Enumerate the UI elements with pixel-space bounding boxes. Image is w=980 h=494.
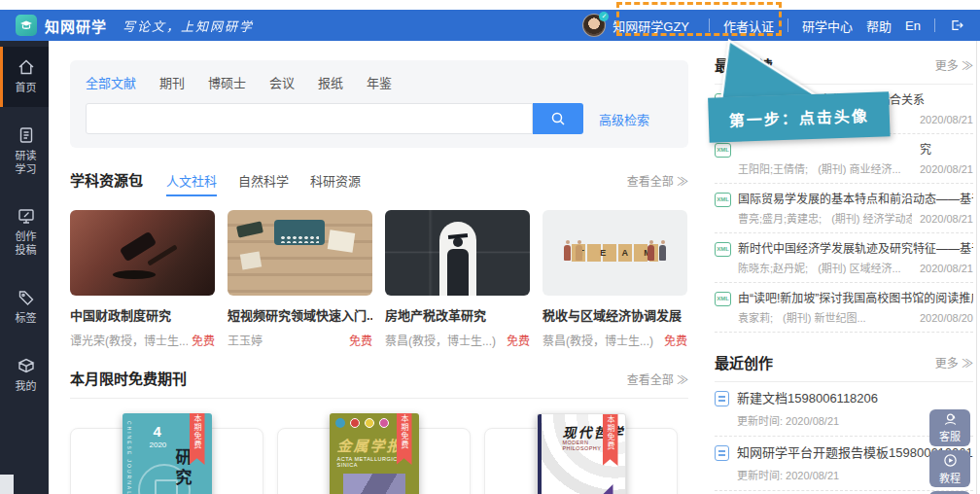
team-blocks-text: T E A M xyxy=(572,244,657,262)
read-date: 2020/08/20 xyxy=(920,312,973,325)
search-tabs: 全部文献 期刊 博硕士 会议 报纸 年鉴 xyxy=(86,73,673,91)
brand-name[interactable]: 知网研学 xyxy=(45,16,107,36)
read-date: 2020/08/21 xyxy=(920,213,973,226)
nav-research-center[interactable]: 研学中心 xyxy=(802,17,853,35)
play-circle-icon xyxy=(943,453,958,468)
journal-card[interactable]: 金属学报 ACTA METALLURGICA SINICA 本期免费 xyxy=(277,428,471,494)
pack-card-author: 谭光荣(教授，博士生...) xyxy=(70,332,188,348)
sidebar-item-home[interactable]: 首页 xyxy=(0,47,49,107)
search-tab-thesis[interactable]: 博硕士 xyxy=(208,73,246,91)
search-input[interactable] xyxy=(86,103,533,134)
search-tab-all[interactable]: 全部文献 xyxy=(86,73,136,91)
header-nav: ✓ 知网研学GZY 作者认证 研学中心 帮助 En xyxy=(582,14,964,37)
sidebar-item-tags[interactable]: 标签 xyxy=(0,277,49,337)
pack-card-image-chalkboard xyxy=(385,210,530,296)
tutorial-button[interactable]: 教程 xyxy=(929,450,970,487)
logout-icon[interactable] xyxy=(949,18,964,33)
scrollbar-track[interactable] xyxy=(976,41,977,494)
search-tab-newspaper[interactable]: 报纸 xyxy=(318,73,343,91)
pack-card[interactable]: T E A M 税收与区域经济协调发展 蔡昌(教授，博士生...)免费 xyxy=(542,210,687,348)
free-journals-title: 本月限时免费期刊 xyxy=(70,368,187,388)
xml-doc-icon: XML xyxy=(715,242,731,257)
tag-icon xyxy=(17,288,36,307)
search-tab-journal[interactable]: 期刊 xyxy=(159,73,185,91)
sidebar-item-create-submit[interactable]: 创作投稿 xyxy=(0,195,49,269)
journal-micrograph-image xyxy=(343,474,405,494)
monitor-pen-icon xyxy=(17,206,36,226)
journal-cover: 金属学报 ACTA METALLURGICA SINICA 本期免费 xyxy=(330,413,419,494)
xml-doc-icon: XML xyxy=(715,292,731,306)
read-date: 2020/08/21 xyxy=(920,114,973,126)
document-icon xyxy=(17,125,36,145)
main-content: 全部文献 期刊 博硕士 会议 报纸 年鉴 高级检索 学科资源包 人文社科 自然科… xyxy=(49,41,715,494)
free-ribbon: 本期免费 xyxy=(397,413,412,465)
recent-works-more-link[interactable]: 更多 ≫ xyxy=(935,354,973,370)
pack-tab-science[interactable]: 自然科学 xyxy=(238,171,289,196)
journal-cn-name: 金属学报 xyxy=(337,435,403,455)
advanced-search-link[interactable]: 高级检索 xyxy=(599,110,649,128)
most-read-more-link[interactable]: 更多 ≫ xyxy=(935,56,973,73)
journal-card[interactable]: CHINESE JOURNAL 4 2020 研究 本期免费 xyxy=(70,428,263,494)
pack-card[interactable]: 中国财政制度研究 谭光荣(教授，博士生...)免费 xyxy=(70,210,215,348)
pack-card-title: 税收与区域经济协调发展 xyxy=(542,305,687,324)
divider xyxy=(934,18,935,32)
journals-view-all-link[interactable]: 查看全部 ≫ xyxy=(627,370,688,387)
journal-card[interactable]: 现代哲学 MODERN PHILOSOPHY 4 本期免费 xyxy=(484,428,678,494)
customer-service-button[interactable]: 客服 xyxy=(929,409,970,446)
pack-card[interactable]: 房地产税改革研究 蔡昌(教授，博士生...)免费 xyxy=(385,210,530,348)
user-name[interactable]: 知网研学GZY xyxy=(612,17,689,35)
tooltip-text: 第一步：点击头像 xyxy=(728,103,869,131)
pack-card-image-team: T E A M xyxy=(542,210,687,296)
journal-issue-triangle: 4 xyxy=(588,484,613,494)
pack-card-title: 短视频研究领域快速入门... xyxy=(228,305,372,324)
graduation-cap-icon xyxy=(19,18,33,32)
sidebar-item-reading-study[interactable]: 研读学习 xyxy=(0,115,49,189)
brand-logo-icon[interactable] xyxy=(16,15,37,36)
resource-packs-header: 学科资源包 人文社科 自然科学 科研资源 查看全部 ≫ xyxy=(70,169,688,196)
free-journals-header: 本月限时免费期刊 查看全部 ≫ xyxy=(70,368,688,388)
read-item[interactable]: XML 由“读吧!新加坡”探讨我国高校图书馆的阅读推广 袁家莉;(期刊) 新世纪… xyxy=(715,283,973,333)
nav-help[interactable]: 帮助 xyxy=(866,17,892,35)
search-tab-conference[interactable]: 会议 xyxy=(269,73,295,91)
pack-card-image-typewriter xyxy=(228,210,372,296)
journal-en-name: CHINESE JOURNAL xyxy=(126,421,132,494)
search-tab-yearbook[interactable]: 年鉴 xyxy=(367,73,392,91)
tooltip-arrow-icon xyxy=(706,35,844,102)
read-item[interactable]: XML 国际贸易学发展的基本特点和前沿动态——基于对1... 曹亮;盛月;黄建忠… xyxy=(715,184,973,233)
user-account[interactable]: ✓ 知网研学GZY xyxy=(582,14,689,37)
packs-view-all-link[interactable]: 查看全部 ≫ xyxy=(627,172,688,189)
sidebar-item-mine[interactable]: 我的 xyxy=(0,345,49,406)
box-icon xyxy=(17,356,36,375)
resource-pack-tabs: 人文社科 自然科学 科研资源 xyxy=(166,171,361,196)
brand-slogan: 写论文，上知网研学 xyxy=(122,17,254,35)
journal-cover: CHINESE JOURNAL 4 2020 研究 本期免费 xyxy=(122,413,212,494)
nav-author-cert[interactable]: 作者认证 xyxy=(723,17,774,35)
free-ribbon: 本期免费 xyxy=(603,413,618,466)
pack-card-title: 房地产税改革研究 xyxy=(385,305,530,324)
app-window: 知网研学 写论文，上知网研学 ✓ 知网研学GZY 作者认证 研学中心 帮助 En xyxy=(0,0,980,494)
search-panel: 全部文献 期刊 博硕士 会议 报纸 年鉴 高级检索 xyxy=(70,60,688,148)
tooltip-box: 第一步：点击头像 xyxy=(708,91,890,142)
pack-card-author: 蔡昌(教授，博士生...) xyxy=(385,332,496,348)
free-badge: 免费 xyxy=(507,332,530,348)
blue-doc-icon xyxy=(715,391,729,406)
divider xyxy=(70,398,688,399)
pack-card-image-gavel xyxy=(70,210,215,296)
journal-cards: CHINESE JOURNAL 4 2020 研究 本期免费 金属学报 ACTA… xyxy=(70,428,688,494)
pack-card[interactable]: 短视频研究领域快速入门... 王玉婷免费 xyxy=(228,210,372,348)
browser-corner-overlay xyxy=(0,475,14,494)
search-button[interactable] xyxy=(533,103,583,134)
avatar[interactable]: ✓ xyxy=(582,14,606,37)
nav-language-toggle[interactable]: En xyxy=(905,18,921,33)
free-badge: 免费 xyxy=(664,332,687,348)
read-item[interactable]: XML 新时代中国经济学发展轨迹及研究特征——基于《... 陈晓东;赵丹妮;(期… xyxy=(715,233,973,283)
pack-card-title: 中国财政制度研究 xyxy=(70,305,215,324)
pack-tab-research[interactable]: 科研资源 xyxy=(310,171,361,196)
sidebar: 首页 研读学习 创作投稿 标签 我的 xyxy=(0,41,49,494)
verified-badge-icon: ✓ xyxy=(599,12,609,21)
divider xyxy=(788,18,788,32)
free-badge: 免费 xyxy=(192,332,215,348)
pack-tab-humanities[interactable]: 人文社科 xyxy=(166,171,217,196)
free-badge: 免费 xyxy=(349,332,372,348)
onboarding-tooltip: 第一步：点击头像 xyxy=(706,33,904,149)
